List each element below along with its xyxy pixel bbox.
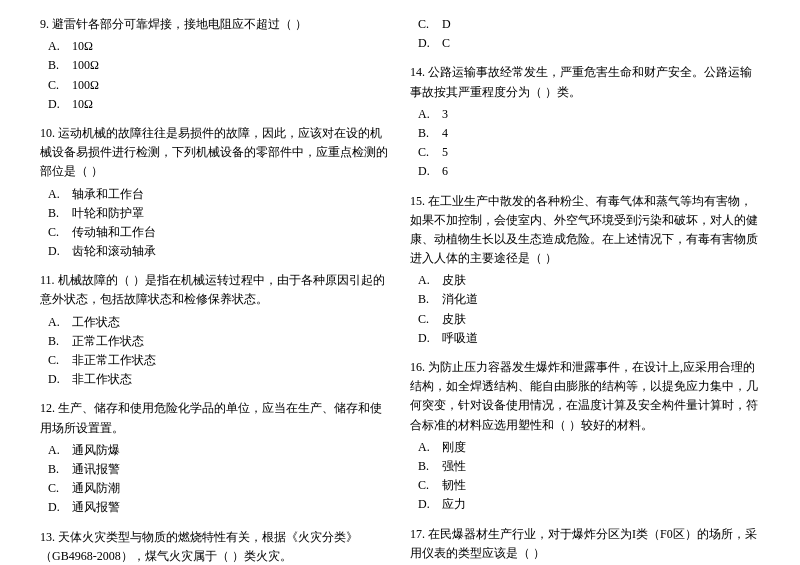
option-14b-text: 4 bbox=[442, 124, 448, 143]
question-17-text: 17. 在民爆器材生产行业，对于爆炸分区为I类（F0区）的场所，采用仪表的类型应… bbox=[410, 525, 760, 563]
option-12c-text: 通风防潮 bbox=[72, 479, 120, 498]
question-16: 16. 为防止压力容器发生爆炸和泄露事件，在设计上,应采用合理的结构，如全焊透结… bbox=[410, 358, 760, 515]
option-9b: B. 100Ω bbox=[48, 56, 390, 75]
question-14: 14. 公路运输事故经常发生，严重危害生命和财产安全。公路运输事故按其严重程度分… bbox=[410, 63, 760, 181]
option-10d: D. 齿轮和滚动轴承 bbox=[48, 242, 390, 261]
question-13-right-options: C. D D. C bbox=[410, 15, 760, 53]
option-11b-text: 正常工作状态 bbox=[72, 332, 144, 351]
option-11c-label: C. bbox=[48, 351, 68, 370]
question-9-options: A. 10Ω B. 100Ω C. 100Ω D. 10Ω bbox=[40, 37, 390, 114]
option-10a: A. 轴承和工作台 bbox=[48, 185, 390, 204]
option-12c-label: C. bbox=[48, 479, 68, 498]
option-9c-text: 100Ω bbox=[72, 76, 99, 95]
option-12d-text: 通风报警 bbox=[72, 498, 120, 517]
option-16d-text: 应力 bbox=[442, 495, 466, 514]
option-14c-text: 5 bbox=[442, 143, 448, 162]
question-13-right: C. D D. C bbox=[410, 15, 760, 53]
option-14c-label: C. bbox=[418, 143, 438, 162]
option-15a-label: A. bbox=[418, 271, 438, 290]
option-10b-label: B. bbox=[48, 204, 68, 223]
option-10c-text: 传动轴和工作台 bbox=[72, 223, 156, 242]
option-9a-label: A. bbox=[48, 37, 68, 56]
option-16c-label: C. bbox=[418, 476, 438, 495]
option-16b-label: B. bbox=[418, 457, 438, 476]
option-15c-text: 皮肤 bbox=[442, 310, 466, 329]
option-15b-label: B. bbox=[418, 290, 438, 309]
right-column: C. D D. C 14. 公路运输事故经常发生，严重危害生命和财产安全。公路运… bbox=[410, 15, 760, 565]
option-16c: C. 韧性 bbox=[418, 476, 760, 495]
option-12a-text: 通风防爆 bbox=[72, 441, 120, 460]
option-16c-text: 韧性 bbox=[442, 476, 466, 495]
option-14d-text: 6 bbox=[442, 162, 448, 181]
option-13c: C. D bbox=[418, 15, 760, 34]
option-14b: B. 4 bbox=[418, 124, 760, 143]
question-16-text: 16. 为防止压力容器发生爆炸和泄露事件，在设计上,应采用合理的结构，如全焊透结… bbox=[410, 358, 760, 435]
question-10-text: 10. 运动机械的故障往往是易损件的故障，因此，应该对在设的机械设备易损件进行检… bbox=[40, 124, 390, 182]
option-13c-label: C. bbox=[418, 15, 438, 34]
question-15-text: 15. 在工业生产中散发的各种粉尘、有毒气体和蒸气等均有害物，如果不加控制，会使… bbox=[410, 192, 760, 269]
question-15-options: A. 皮肤 B. 消化道 C. 皮肤 D. 呼吸道 bbox=[410, 271, 760, 348]
option-14a: A. 3 bbox=[418, 105, 760, 124]
option-15b: B. 消化道 bbox=[418, 290, 760, 309]
option-13d-text: C bbox=[442, 34, 450, 53]
option-9d: D. 10Ω bbox=[48, 95, 390, 114]
option-11c-text: 非正常工作状态 bbox=[72, 351, 156, 370]
option-16a: A. 刚度 bbox=[418, 438, 760, 457]
option-15d-label: D. bbox=[418, 329, 438, 348]
question-12-options: A. 通风防爆 B. 通讯报警 C. 通风防潮 D. 通风报警 bbox=[40, 441, 390, 518]
option-16a-label: A. bbox=[418, 438, 438, 457]
option-11c: C. 非正常工作状态 bbox=[48, 351, 390, 370]
question-15: 15. 在工业生产中散发的各种粉尘、有毒气体和蒸气等均有害物，如果不加控制，会使… bbox=[410, 192, 760, 349]
question-10-options: A. 轴承和工作台 B. 叶轮和防护罩 C. 传动轴和工作台 D. 齿轮和滚动轴… bbox=[40, 185, 390, 262]
option-12c: C. 通风防潮 bbox=[48, 479, 390, 498]
option-11b: B. 正常工作状态 bbox=[48, 332, 390, 351]
option-10a-label: A. bbox=[48, 185, 68, 204]
question-9: 9. 避雷针各部分可靠焊接，接地电阻应不超过（ ） A. 10Ω B. 100Ω… bbox=[40, 15, 390, 114]
question-12: 12. 生产、储存和使用危险化学品的单位，应当在生产、储存和使用场所设置置。 A… bbox=[40, 399, 390, 517]
option-12a-label: A. bbox=[48, 441, 68, 460]
option-16b-text: 强性 bbox=[442, 457, 466, 476]
option-11a: A. 工作状态 bbox=[48, 313, 390, 332]
option-16d-label: D. bbox=[418, 495, 438, 514]
question-12-text: 12. 生产、储存和使用危险化学品的单位，应当在生产、储存和使用场所设置置。 bbox=[40, 399, 390, 437]
option-9c-label: C. bbox=[48, 76, 68, 95]
question-11-options: A. 工作状态 B. 正常工作状态 C. 非正常工作状态 D. 非工作状态 bbox=[40, 313, 390, 390]
question-17: 17. 在民爆器材生产行业，对于爆炸分区为I类（F0区）的场所，采用仪表的类型应… bbox=[410, 525, 760, 566]
question-10: 10. 运动机械的故障往往是易损件的故障，因此，应该对在设的机械设备易损件进行检… bbox=[40, 124, 390, 261]
option-16a-text: 刚度 bbox=[442, 438, 466, 457]
option-11b-label: B. bbox=[48, 332, 68, 351]
question-11: 11. 机械故障的（ ）是指在机械运转过程中，由于各种原因引起的意外状态，包括故… bbox=[40, 271, 390, 389]
option-11d-label: D. bbox=[48, 370, 68, 389]
option-14d-label: D. bbox=[418, 162, 438, 181]
question-14-text: 14. 公路运输事故经常发生，严重危害生命和财产安全。公路运输事故按其严重程度分… bbox=[410, 63, 760, 101]
option-12b-text: 通讯报警 bbox=[72, 460, 120, 479]
option-13c-text: D bbox=[442, 15, 451, 34]
option-14a-label: A. bbox=[418, 105, 438, 124]
option-10d-text: 齿轮和滚动轴承 bbox=[72, 242, 156, 261]
option-16d: D. 应力 bbox=[418, 495, 760, 514]
option-15c: C. 皮肤 bbox=[418, 310, 760, 329]
option-14b-label: B. bbox=[418, 124, 438, 143]
option-9c: C. 100Ω bbox=[48, 76, 390, 95]
option-15d: D. 呼吸道 bbox=[418, 329, 760, 348]
option-9b-label: B. bbox=[48, 56, 68, 75]
option-12d-label: D. bbox=[48, 498, 68, 517]
option-12b-label: B. bbox=[48, 460, 68, 479]
option-15b-text: 消化道 bbox=[442, 290, 478, 309]
question-16-options: A. 刚度 B. 强性 C. 韧性 D. 应力 bbox=[410, 438, 760, 515]
option-10c-label: C. bbox=[48, 223, 68, 242]
question-9-text: 9. 避雷针各部分可靠焊接，接地电阻应不超过（ ） bbox=[40, 15, 390, 34]
option-10b-text: 叶轮和防护罩 bbox=[72, 204, 144, 223]
main-content: 9. 避雷针各部分可靠焊接，接地电阻应不超过（ ） A. 10Ω B. 100Ω… bbox=[40, 15, 760, 565]
option-12a: A. 通风防爆 bbox=[48, 441, 390, 460]
option-15c-label: C. bbox=[418, 310, 438, 329]
option-12d: D. 通风报警 bbox=[48, 498, 390, 517]
option-9b-text: 100Ω bbox=[72, 56, 99, 75]
option-11a-text: 工作状态 bbox=[72, 313, 120, 332]
left-column: 9. 避雷针各部分可靠焊接，接地电阻应不超过（ ） A. 10Ω B. 100Ω… bbox=[40, 15, 390, 565]
option-9d-label: D. bbox=[48, 95, 68, 114]
option-13d: D. C bbox=[418, 34, 760, 53]
option-15a: A. 皮肤 bbox=[418, 271, 760, 290]
option-9a-text: 10Ω bbox=[72, 37, 93, 56]
question-11-text: 11. 机械故障的（ ）是指在机械运转过程中，由于各种原因引起的意外状态，包括故… bbox=[40, 271, 390, 309]
